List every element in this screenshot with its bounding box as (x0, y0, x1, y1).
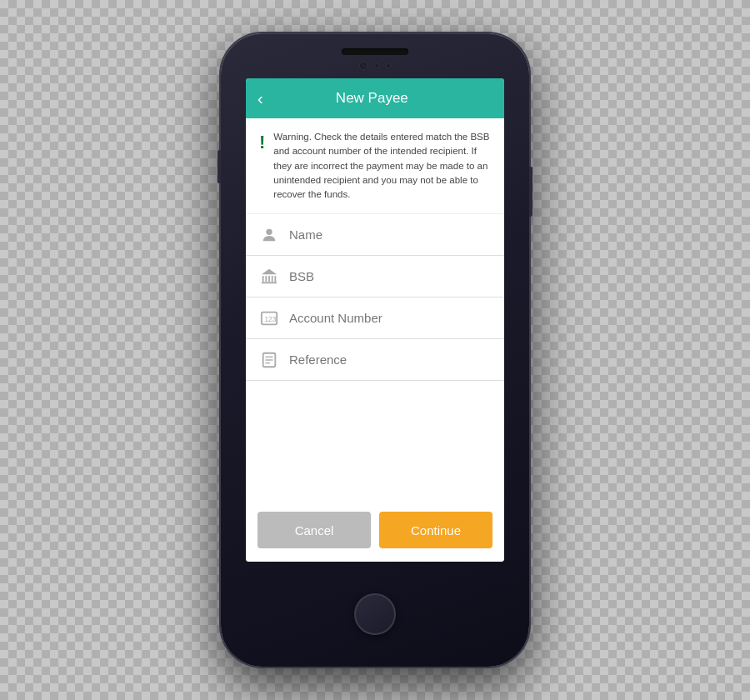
form-area: 123 (246, 214, 504, 498)
person-icon (258, 223, 281, 247)
reference-icon (258, 348, 281, 372)
cancel-button[interactable]: Cancel (258, 512, 371, 548)
warning-icon: ! (259, 132, 265, 202)
svg-rect-7 (262, 282, 277, 283)
reference-input[interactable] (289, 352, 492, 367)
phone-bottom (354, 562, 396, 667)
app-header: ‹ New Payee (246, 78, 504, 118)
account-number-input[interactable] (289, 311, 492, 325)
svg-rect-4 (272, 276, 273, 282)
sensor-icon (386, 63, 391, 68)
continue-button[interactable]: Continue (379, 512, 492, 548)
reference-field-row (246, 339, 504, 381)
volume-button (218, 150, 221, 183)
power-button (529, 167, 532, 217)
svg-text:123: 123 (265, 315, 277, 322)
svg-rect-1 (262, 276, 264, 282)
svg-point-0 (266, 228, 272, 234)
phone-screen: ‹ New Payee ! Warning. Check the details… (246, 78, 504, 562)
bsb-field-row (246, 256, 504, 298)
warning-text: Warning. Check the details entered match… (273, 130, 491, 202)
back-button[interactable]: ‹ (258, 89, 263, 108)
page-title: New Payee (272, 90, 472, 107)
warning-box: ! Warning. Check the details entered mat… (246, 118, 504, 214)
name-input[interactable] (289, 228, 492, 242)
camera-icon (359, 62, 368, 70)
number-icon: 123 (258, 307, 281, 330)
phone-sensors (359, 62, 391, 70)
bsb-input[interactable] (289, 269, 492, 283)
account-number-field-row: 123 (246, 298, 504, 339)
home-button[interactable] (354, 593, 396, 635)
sensor-icon (374, 63, 379, 68)
svg-marker-6 (262, 269, 277, 274)
button-row: Cancel Continue (246, 498, 504, 562)
phone-speaker (342, 48, 408, 55)
svg-rect-5 (274, 276, 276, 282)
phone-device: ‹ New Payee ! Warning. Check the details… (221, 33, 529, 667)
bank-icon (258, 265, 281, 288)
svg-rect-3 (268, 276, 270, 282)
svg-rect-2 (265, 276, 267, 282)
name-field-row (246, 214, 504, 256)
